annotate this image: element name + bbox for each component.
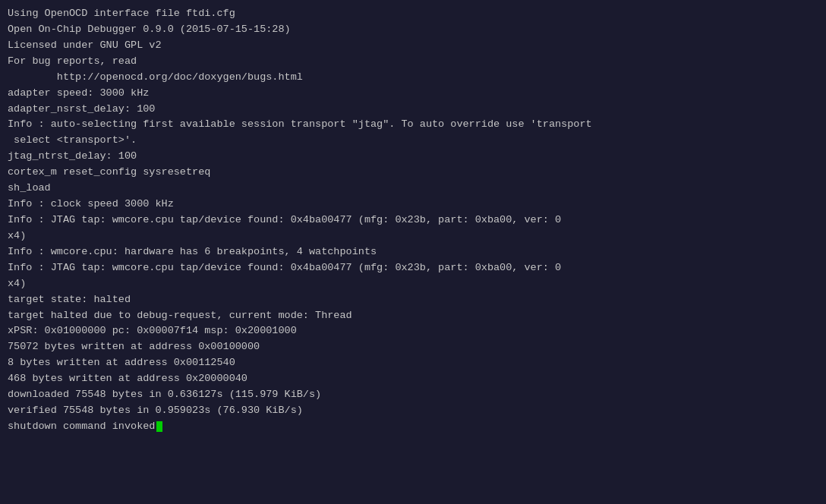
- terminal-line: adapter_nsrst_delay: 100: [8, 102, 818, 118]
- terminal-line: adapter speed: 3000 kHz: [8, 86, 818, 102]
- terminal-window: Using OpenOCD interface file ftdi.cfgOpe…: [0, 0, 826, 504]
- terminal-line: cortex_m reset_config sysresetreq: [8, 165, 818, 181]
- terminal-line: shutdown command invoked: [8, 419, 818, 435]
- terminal-line: Info : wmcore.cpu: hardware has 6 breakp…: [8, 244, 818, 260]
- terminal-line: select <transport>'.: [8, 133, 818, 149]
- terminal-line: verified 75548 bytes in 0.959023s (76.93…: [8, 403, 818, 419]
- terminal-line: 8 bytes written at address 0x00112540: [8, 355, 818, 371]
- terminal-line: sh_load: [8, 181, 818, 197]
- terminal-line: xPSR: 0x01000000 pc: 0x00007f14 msp: 0x2…: [8, 323, 818, 339]
- terminal-line: Info : clock speed 3000 kHz: [8, 197, 818, 213]
- terminal-line: For bug reports, read: [8, 54, 818, 70]
- terminal-line: downloaded 75548 bytes in 0.636127s (115…: [8, 387, 818, 403]
- terminal-line: Info : JTAG tap: wmcore.cpu tap/device f…: [8, 213, 818, 228]
- terminal-line: Info : JTAG tap: wmcore.cpu tap/device f…: [8, 260, 818, 276]
- terminal-line: target halted due to debug-request, curr…: [8, 308, 818, 324]
- terminal-line: Open On-Chip Debugger 0.9.0 (2015-07-15-…: [8, 22, 818, 38]
- terminal-line: Licensed under GNU GPL v2: [8, 38, 818, 54]
- terminal-line: target state: halted: [8, 292, 818, 308]
- terminal-line: Using OpenOCD interface file ftdi.cfg: [8, 6, 818, 22]
- terminal-line: 75072 bytes written at address 0x0010000…: [8, 339, 818, 355]
- terminal-cursor: [156, 421, 162, 432]
- terminal-line: jtag_ntrst_delay: 100: [8, 149, 818, 165]
- terminal-line: x4): [8, 276, 818, 292]
- terminal-line: x4): [8, 228, 818, 244]
- terminal-line: http://openocd.org/doc/doxygen/bugs.html: [8, 70, 818, 86]
- terminal-line: Info : auto-selecting first available se…: [8, 117, 818, 133]
- terminal-line: 468 bytes written at address 0x20000040: [8, 371, 818, 387]
